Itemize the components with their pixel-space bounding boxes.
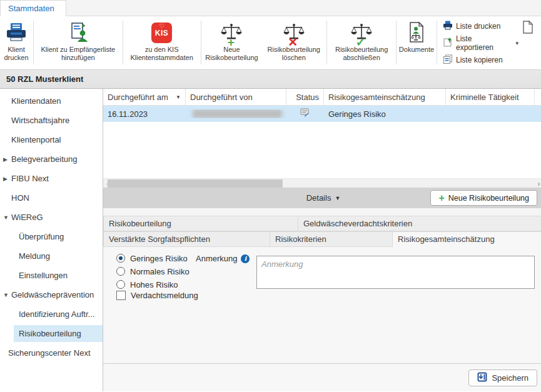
- tab-risikogesamteinschaetzung[interactable]: Risikogesamteinschätzung: [393, 231, 541, 247]
- sidebar-item-klientenportal[interactable]: Klientenportal: [0, 130, 103, 149]
- radio-hohes-risiko[interactable]: Hohes Risiko: [116, 279, 178, 290]
- risikobeurteilung-abschliessen-button[interactable]: ✓ Risikobeurteilung abschließen: [328, 18, 395, 69]
- form-footer: Speichern: [103, 363, 541, 391]
- sidebar-item-fibu-next[interactable]: ▶FIBU Next: [0, 169, 103, 188]
- detail-tabs-row-1: Risikobeurteilung Geldwäscheverdachtskri…: [103, 216, 541, 231]
- copy-icon: [443, 54, 453, 66]
- risikogesamteinschaetzung-form: Geringes Risiko Normales Risiko Hohes Ri…: [103, 247, 541, 363]
- sidebar-item-sicherungscenter-next[interactable]: Sicherungscenter Next: [0, 343, 103, 363]
- cell-durchgefuehrt-am: 16.11.2023: [103, 109, 186, 119]
- checkbox-verdachtsmeldung[interactable]: Verdachtsmeldung: [116, 291, 198, 300]
- sidebar-item-wirtschaftsjahre[interactable]: Wirtschaftsjahre: [0, 111, 103, 130]
- ribbon-divider: [33, 21, 34, 64]
- sidebar-item-klientendaten[interactable]: Klientendaten: [0, 91, 103, 111]
- status-edit-icon: [300, 108, 310, 119]
- sidebar-item-risikobeurteilung[interactable]: Risikobeurteilung: [0, 324, 103, 343]
- list-actions-group: Liste drucken Liste exportieren ▾: [438, 18, 522, 69]
- sidebar-item-hon[interactable]: HON: [0, 188, 103, 208]
- tab-risikokriterien[interactable]: Risikokriterien: [270, 231, 393, 247]
- chevron-down-icon: ▼: [3, 214, 11, 221]
- sidebar-item-belegverarbeitung[interactable]: ▶Belegverarbeitung: [0, 149, 103, 169]
- dokumente-label: Dokumente: [399, 46, 434, 54]
- chevron-right-icon: ▶: [3, 156, 11, 163]
- anmerkung-textarea[interactable]: [256, 256, 535, 289]
- page-copy-icon[interactable]: [522, 18, 541, 69]
- sidebar-item-identifizierung-auftraggeber[interactable]: Identifizierung Auftr...: [0, 304, 103, 324]
- chevron-down-icon: ▾: [515, 40, 518, 46]
- ribbon-divider: [326, 21, 327, 64]
- ribbon-divider: [201, 21, 201, 64]
- main-panel: Durchgeführt am ▼ Durchgeführt von Statu…: [103, 89, 541, 391]
- table-header: Durchgeführt am ▼ Durchgeführt von Statu…: [103, 89, 541, 106]
- scroll-right-arrow[interactable]: ›: [534, 179, 541, 188]
- liste-drucken-button[interactable]: Liste drucken: [443, 21, 518, 32]
- radio-button-icon: [116, 280, 125, 289]
- tab-geldwaescheverdachtskriterien[interactable]: Geldwäscheverdachtskriterien: [298, 216, 541, 231]
- column-header-durchgefuehrt-von[interactable]: Durchgeführt von: [186, 89, 286, 105]
- scales-check-icon: ✓: [351, 19, 372, 46]
- horizontal-scrollbar[interactable]: ‹ ›: [103, 178, 541, 188]
- tab-stammdaten-label: Stammdaten: [8, 4, 54, 13]
- liste-kopieren-label: Liste kopieren: [456, 56, 503, 64]
- klient-drucken-label: Klient drucken: [0, 46, 33, 62]
- save-icon: [477, 372, 487, 384]
- checkbox-icon: [116, 291, 126, 300]
- plus-icon: +: [438, 193, 444, 203]
- sidebar-item-einstellungen[interactable]: Einstellungen: [0, 266, 103, 285]
- tab-verstaerkte-sorgfaltspflichten[interactable]: Verstärkte Sorgfaltspflichten: [103, 231, 270, 247]
- ribbon-divider: [123, 21, 123, 64]
- tab-risikobeurteilung[interactable]: Risikobeurteilung: [103, 216, 298, 231]
- column-header-risikogesamteinschaetzung[interactable]: Risikogesamteinschätzung: [324, 89, 446, 105]
- chevron-right-icon: ▶: [3, 176, 11, 182]
- sidebar-item-wiereg[interactable]: ▼WiEReG: [0, 208, 103, 227]
- liste-kopieren-button[interactable]: Liste kopieren: [443, 54, 518, 66]
- detail-tabs-row-2: Verstärkte Sorgfaltspflichten Risikokrit…: [103, 231, 541, 247]
- radio-button-icon: [116, 254, 125, 263]
- anmerkung-label: Anmerkung i: [196, 254, 250, 263]
- column-header-status[interactable]: Status: [286, 89, 324, 105]
- ribbon-divider: [437, 21, 437, 64]
- scales-plus-icon: +: [221, 19, 242, 46]
- sidebar-item-meldung[interactable]: Meldung: [0, 246, 103, 266]
- risikobeurteilung-loeschen-button[interactable]: ✕ Risikobeurteilung löschen: [261, 18, 326, 69]
- neue-risikobeurteilung-button[interactable]: + Neue Risikobeurteilung: [202, 18, 262, 69]
- radio-normales-risiko[interactable]: Normales Risiko: [116, 266, 190, 277]
- column-header-kriminelle-taetigkeit[interactable]: Kriminelle Tätigkeit: [446, 89, 535, 105]
- liste-exportieren-label: Liste exportieren: [456, 34, 512, 52]
- column-header-filler: [535, 89, 541, 105]
- documents-icon: [407, 19, 426, 46]
- column-header-durchgefuehrt-am[interactable]: Durchgeführt am ▼: [103, 89, 186, 105]
- sidebar-item-geldwaeschepraevention[interactable]: ▼Geldwäscheprävention: [0, 285, 103, 304]
- details-toggle[interactable]: Details ▼: [306, 193, 341, 203]
- dokumente-button[interactable]: Dokumente: [397, 18, 436, 69]
- export-icon: [443, 38, 453, 49]
- klient-drucken-button[interactable]: Klient drucken: [0, 18, 33, 69]
- tabs-gap: [103, 208, 541, 216]
- cell-durchgefuehrt-von: [186, 109, 286, 118]
- printer-small-icon: [443, 21, 453, 32]
- liste-exportieren-button[interactable]: Liste exportieren ▾: [443, 34, 518, 52]
- scrollbar-thumb[interactable]: [108, 179, 283, 188]
- info-icon[interactable]: i: [241, 254, 250, 263]
- document-person-icon: [67, 19, 89, 46]
- empfaengerliste-button[interactable]: Klient zu Empfängerliste hinzufügen: [34, 18, 122, 69]
- cell-status: [286, 108, 324, 119]
- tab-stammdaten[interactable]: Stammdaten: [0, 0, 66, 16]
- neue-risikobeurteilung-inline-button[interactable]: + Neue Risikobeurteilung: [430, 190, 537, 206]
- sort-arrow-icon[interactable]: ▼: [176, 94, 181, 100]
- kis-klientenstammdaten-label: zu den KIS Klientenstammdaten: [124, 46, 200, 62]
- ribbon-divider: [396, 21, 397, 64]
- radio-geringes-risiko[interactable]: Geringes Risiko: [116, 253, 188, 264]
- speichern-button[interactable]: Speichern: [468, 369, 537, 386]
- scales-delete-icon: ✕: [283, 19, 305, 46]
- kis-icon: ♡ KIS: [151, 19, 172, 46]
- client-title: 50 RZL Musterklient: [6, 74, 83, 84]
- cell-risikogesamteinschaetzung: Geringes Risiko: [324, 109, 446, 119]
- details-bar: Details ▼ + Neue Risikobeurteilung: [103, 188, 541, 208]
- sidebar-item-ueberpruefung[interactable]: Überprüfung: [0, 227, 103, 246]
- table-row[interactable]: 16.11.2023 Geringes Risiko: [103, 106, 541, 122]
- kis-klientenstammdaten-button[interactable]: ♡ KIS zu den KIS Klientenstammdaten: [124, 18, 200, 69]
- ribbon-tab-bar: Stammdaten: [0, 0, 541, 16]
- chevron-down-icon: ▼: [335, 195, 340, 201]
- chevron-down-icon: ▼: [3, 292, 11, 298]
